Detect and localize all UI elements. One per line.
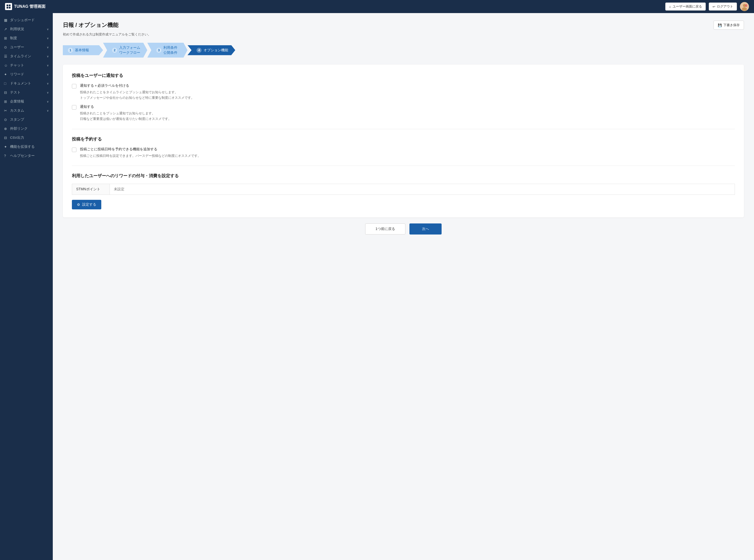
sidebar-item-custom[interactable]: ✂ カスタム ∨ bbox=[0, 106, 53, 115]
company-icon: ⊞ bbox=[4, 100, 8, 103]
notify-option-2-desc: 投稿されたことをプッシュ通知でお知らせします。 日報など重要度は低いが通知を送り… bbox=[80, 111, 171, 122]
schedule-option-1-checkbox[interactable] bbox=[72, 147, 76, 152]
schedule-title: 投稿を予約する bbox=[72, 136, 735, 142]
sidebar-item-stamp[interactable]: ⊙ スタンプ bbox=[0, 115, 53, 124]
svg-rect-7 bbox=[745, 4, 747, 7]
sidebar-item-users[interactable]: ⊙ ユーザー ∨ bbox=[0, 43, 53, 52]
chevron-down-icon: ∨ bbox=[47, 82, 49, 85]
extend-icon: ✦ bbox=[4, 145, 8, 149]
schedule-option-1: 投稿ごとに投稿日時を予約できる機能を追加する 投稿ごとに投稿日時を設定できます。… bbox=[72, 147, 735, 159]
back-button[interactable]: 1つ前に戻る bbox=[365, 223, 405, 235]
reward-table-col2: 未設定 bbox=[110, 184, 735, 195]
svg-rect-1 bbox=[9, 4, 11, 6]
help-icon: ? bbox=[4, 154, 8, 158]
document-icon: □ bbox=[4, 81, 8, 85]
sidebar-item-help[interactable]: ? ヘルプセンター bbox=[0, 151, 53, 160]
sidebar-item-label: 機能を拡張する bbox=[10, 144, 35, 149]
schedule-option-1-content: 投稿ごとに投稿日時を予約できる機能を追加する 投稿ごとに投稿日時を設定できます。… bbox=[80, 147, 201, 159]
sidebar-item-label: テスト bbox=[10, 90, 21, 95]
schedule-option-1-desc: 投稿ごとに投稿日時を設定できます。バースデー投稿などの制度にオススメです。 bbox=[80, 153, 201, 159]
sidebar-item-label: ドキュメント bbox=[10, 81, 31, 86]
step-3[interactable]: 3 利用条件公開条件 bbox=[147, 43, 187, 58]
logout-button[interactable]: ↩ ログアウト bbox=[709, 2, 737, 11]
home-icon: ⌂ bbox=[669, 5, 671, 8]
sidebar-item-label: リワード bbox=[10, 72, 24, 77]
page-title: 日報 / オプション機能 bbox=[63, 21, 118, 29]
table-row: STMNポイント 未設定 bbox=[72, 184, 735, 195]
sidebar-item-system[interactable]: ⊞ 制度 ∨ bbox=[0, 34, 53, 43]
reward-section: 利用したユーザーへのリワードの付与・消費を設定する STMNポイント 未設定 ⚙… bbox=[72, 173, 735, 209]
sidebar-item-label: カスタム bbox=[10, 108, 24, 113]
notify-section: 投稿をユーザーに通知する 通知する＋必須ラベルを付ける 投稿されたことをタイムラ… bbox=[72, 73, 735, 122]
chevron-down-icon: ∨ bbox=[47, 64, 49, 67]
sidebar-item-label: 外部リンク bbox=[10, 126, 28, 131]
avatar bbox=[740, 2, 749, 11]
sidebar-item-usage[interactable]: ↗ 利用状況 ∨ bbox=[0, 25, 53, 34]
schedule-section: 投稿を予約する 投稿ごとに投稿日時を予約できる機能を追加する 投稿ごとに投稿日時… bbox=[72, 136, 735, 159]
sidebar-item-test[interactable]: ⊟ テスト ∨ bbox=[0, 88, 53, 97]
sidebar-item-extend[interactable]: ✦ 機能を拡張する bbox=[0, 142, 53, 151]
sidebar-item-external[interactable]: ⊗ 外部リンク bbox=[0, 124, 53, 133]
logo-text: TUNAG 管理画面 bbox=[14, 4, 45, 9]
notify-title: 投稿をユーザーに通知する bbox=[72, 73, 735, 78]
chevron-down-icon: ∨ bbox=[47, 28, 49, 31]
save-icon: 💾 bbox=[718, 23, 722, 27]
sidebar-item-label: ダッシュボード bbox=[10, 18, 35, 22]
sidebar-item-label: 制度 bbox=[10, 36, 17, 40]
sidebar-item-csv[interactable]: ⊟ CSV出力 bbox=[0, 133, 53, 142]
sidebar: ▦ ダッシュボード ↗ 利用状況 ∨ ⊞ 制度 ∨ ⊙ ユーザー ∨ ☰ タイム… bbox=[0, 13, 53, 560]
step-2[interactable]: 2 入力フォームワークフロー bbox=[103, 43, 147, 58]
sidebar-item-timeline[interactable]: ☰ タイムライン ∨ bbox=[0, 52, 53, 61]
step-1[interactable]: 1 基本情報 bbox=[63, 45, 103, 55]
step-2-num: 2 bbox=[112, 48, 117, 53]
svg-rect-3 bbox=[9, 7, 11, 8]
sidebar-item-dashboard[interactable]: ▦ ダッシュボード bbox=[0, 16, 53, 25]
step-3-num: 3 bbox=[156, 48, 161, 53]
settings-button[interactable]: ⚙ 設定する bbox=[72, 200, 101, 209]
main-content: 日報 / オプション機能 💾 下書き保存 初めて作成される方は制度作成マニュアル… bbox=[53, 13, 754, 560]
divider-1 bbox=[72, 129, 735, 129]
header: TUNAG 管理画面 ⌂ ユーザー画面に戻る ↩ ログアウト bbox=[0, 0, 754, 13]
notify-option-1-checkbox[interactable] bbox=[72, 84, 76, 88]
external-icon: ⊗ bbox=[4, 127, 8, 131]
custom-icon: ✂ bbox=[4, 108, 8, 113]
reward-table-col1: STMNポイント bbox=[72, 184, 110, 195]
next-button[interactable]: 次へ bbox=[409, 223, 442, 235]
csv-icon: ⊟ bbox=[4, 136, 8, 140]
notify-option-1-desc: 投稿されたことをタイムラインとプッシュ通知でお知らせします。 トップメッセージや… bbox=[80, 89, 194, 101]
chat-icon: ☺ bbox=[4, 63, 8, 67]
chevron-down-icon: ∨ bbox=[47, 100, 49, 103]
sidebar-item-reward[interactable]: ✦ リワード ∨ bbox=[0, 70, 53, 79]
svg-rect-0 bbox=[6, 4, 8, 6]
timeline-icon: ☰ bbox=[4, 54, 8, 58]
sidebar-item-document[interactable]: □ ドキュメント ∨ bbox=[0, 79, 53, 88]
schedule-option-1-label: 投稿ごとに投稿日時を予約できる機能を追加する bbox=[80, 147, 201, 152]
system-icon: ⊞ bbox=[4, 36, 8, 40]
chevron-down-icon: ∨ bbox=[47, 55, 49, 58]
svg-rect-2 bbox=[6, 7, 8, 8]
chevron-down-icon: ∨ bbox=[47, 109, 49, 112]
notify-option-1-content: 通知する＋必須ラベルを付ける 投稿されたことをタイムラインとプッシュ通知でお知ら… bbox=[80, 83, 194, 101]
step-4[interactable]: 4 オプション機能 bbox=[187, 45, 235, 55]
notify-option-1-label: 通知する＋必須ラベルを付ける bbox=[80, 83, 194, 88]
stamp-icon: ⊙ bbox=[4, 118, 8, 122]
sidebar-item-label: チャット bbox=[10, 63, 24, 67]
sidebar-item-label: 利用状況 bbox=[10, 27, 24, 32]
notify-option-1: 通知する＋必須ラベルを付ける 投稿されたことをタイムラインとプッシュ通知でお知ら… bbox=[72, 83, 735, 101]
user-screen-button[interactable]: ⌂ ユーザー画面に戻る bbox=[665, 2, 706, 11]
notify-option-2-content: 通知する 投稿されたことをプッシュ通知でお知らせします。 日報など重要度は低いが… bbox=[80, 104, 171, 122]
sidebar-item-company[interactable]: ⊞ 企業情報 ∨ bbox=[0, 97, 53, 106]
notify-option-2-checkbox[interactable] bbox=[72, 105, 76, 109]
reward-icon: ✦ bbox=[4, 73, 8, 76]
logo: TUNAG 管理画面 bbox=[5, 3, 45, 10]
chevron-down-icon: ∨ bbox=[47, 46, 49, 49]
save-draft-button[interactable]: 💾 下書き保存 bbox=[714, 21, 744, 29]
page-header: 日報 / オプション機能 💾 下書き保存 bbox=[63, 21, 744, 29]
notify-option-2: 通知する 投稿されたことをプッシュ通知でお知らせします。 日報など重要度は低いが… bbox=[72, 104, 735, 122]
users-icon: ⊙ bbox=[4, 45, 8, 49]
step-3-label: 利用条件公開条件 bbox=[163, 45, 178, 55]
usage-icon: ↗ bbox=[4, 27, 8, 31]
sidebar-item-chat[interactable]: ☺ チャット ∨ bbox=[0, 61, 53, 70]
chevron-down-icon: ∨ bbox=[47, 91, 49, 94]
reward-table: STMNポイント 未設定 bbox=[72, 184, 735, 195]
